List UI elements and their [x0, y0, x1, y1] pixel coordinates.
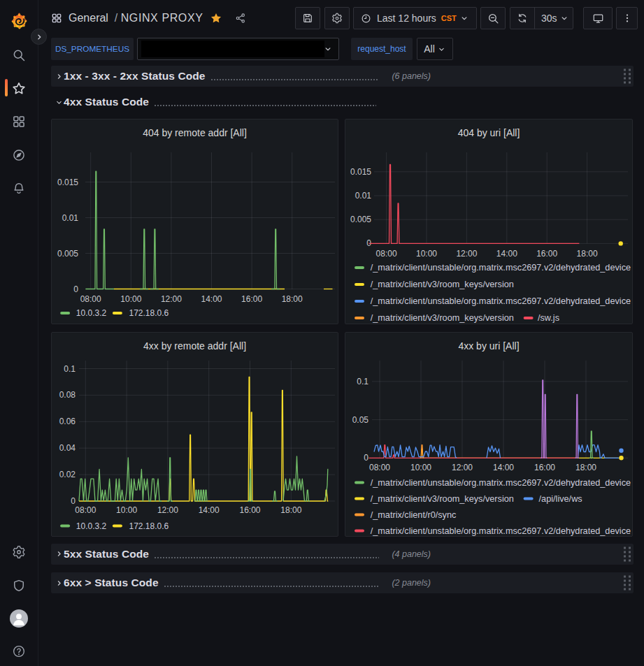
- svg-text:0.05: 0.05: [352, 414, 369, 424]
- svg-text:0.01: 0.01: [355, 191, 372, 201]
- svg-text:18:00: 18:00: [282, 294, 303, 304]
- svg-text:172.18.0.6: 172.18.0.6: [129, 521, 169, 530]
- svg-text:172.18.0.6: 172.18.0.6: [129, 308, 169, 318]
- svg-text:0: 0: [364, 453, 368, 463]
- svg-text:08:00: 08:00: [75, 505, 96, 515]
- svg-text:0.04: 0.04: [59, 443, 76, 453]
- svg-text:18:00: 18:00: [577, 249, 598, 259]
- svg-text:/_matrix/client/v3/room_keys/v: /_matrix/client/v3/room_keys/version: [371, 313, 514, 323]
- svg-text:/_matrix/client/unstable/org.m: /_matrix/client/unstable/org.matrix.msc2…: [371, 296, 631, 306]
- svg-text:16:00: 16:00: [534, 463, 555, 472]
- svg-text:18:00: 18:00: [280, 505, 301, 515]
- svg-text:12:00: 12:00: [161, 294, 182, 304]
- svg-text:/_matrix/client/v3/room_keys/v: /_matrix/client/v3/room_keys/version: [371, 280, 514, 289]
- svg-text:14:00: 14:00: [201, 294, 222, 304]
- svg-text:16:00: 16:00: [536, 249, 557, 259]
- svg-text:10.0.3.2: 10.0.3.2: [76, 308, 107, 318]
- svg-text:12:00: 12:00: [452, 463, 473, 472]
- svg-text:10:00: 10:00: [410, 463, 431, 472]
- svg-text:10:00: 10:00: [116, 505, 137, 515]
- svg-text:0: 0: [73, 284, 78, 294]
- svg-text:0.1: 0.1: [64, 363, 76, 373]
- svg-text:0.1: 0.1: [357, 376, 368, 386]
- svg-text:/_matrix/client/v3/room_keys/v: /_matrix/client/v3/room_keys/version: [371, 493, 514, 503]
- svg-text:12:00: 12:00: [456, 249, 477, 259]
- svg-text:10.0.3.2: 10.0.3.2: [76, 521, 107, 530]
- svg-text:10:00: 10:00: [416, 249, 437, 259]
- svg-text:0.08: 0.08: [59, 390, 76, 400]
- svg-text:08:00: 08:00: [369, 463, 390, 472]
- svg-text:0.015: 0.015: [57, 178, 78, 187]
- svg-text:0.02: 0.02: [59, 470, 76, 479]
- svg-text:0.015: 0.015: [350, 167, 371, 177]
- svg-text:08:00: 08:00: [80, 294, 101, 304]
- svg-text:10:00: 10:00: [120, 294, 141, 304]
- svg-text:0.005: 0.005: [57, 249, 78, 259]
- svg-text:16:00: 16:00: [239, 505, 260, 515]
- svg-text:/api/live/ws: /api/live/ws: [539, 493, 582, 503]
- svg-text:18:00: 18:00: [575, 463, 596, 472]
- svg-text:/_matrix/client/r0/sync: /_matrix/client/r0/sync: [371, 509, 457, 519]
- svg-text:0.01: 0.01: [62, 213, 79, 223]
- svg-text:/_matrix/client/unstable/org.m: /_matrix/client/unstable/org.matrix.msc2…: [371, 263, 631, 273]
- svg-text:/sw.js: /sw.js: [538, 313, 559, 323]
- svg-text:12:00: 12:00: [157, 505, 178, 515]
- svg-text:0.06: 0.06: [59, 417, 76, 426]
- svg-text:/_matrix/client/unstable/org.m: /_matrix/client/unstable/org.matrix.msc2…: [371, 477, 631, 487]
- svg-text:/_matrix/client/unstable/org.m: /_matrix/client/unstable/org.matrix.msc2…: [371, 526, 631, 535]
- svg-text:16:00: 16:00: [241, 294, 262, 304]
- svg-text:08:00: 08:00: [376, 249, 397, 259]
- svg-text:0.005: 0.005: [350, 215, 371, 224]
- svg-text:14:00: 14:00: [493, 463, 514, 472]
- svg-text:0: 0: [71, 496, 76, 506]
- svg-text:14:00: 14:00: [496, 249, 517, 259]
- svg-text:14:00: 14:00: [199, 505, 220, 515]
